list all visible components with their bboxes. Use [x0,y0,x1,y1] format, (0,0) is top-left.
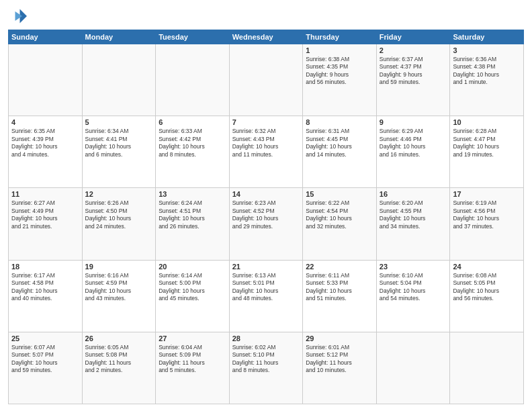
calendar-cell: 25Sunrise: 6:07 AMSunset: 5:07 PMDayligh… [9,332,83,404]
day-number: 6 [159,118,226,126]
day-info: Sunrise: 6:24 AMSunset: 4:51 PMDaylight:… [159,199,226,230]
col-header-sunday: Sunday [9,30,83,44]
day-info: Sunrise: 6:14 AMSunset: 5:00 PMDaylight:… [159,272,226,303]
col-header-thursday: Thursday [303,30,377,44]
calendar-cell: 13Sunrise: 6:24 AMSunset: 4:51 PMDayligh… [156,188,230,260]
day-number: 1 [306,46,373,54]
day-info: Sunrise: 6:20 AMSunset: 4:55 PMDaylight:… [380,199,447,230]
day-number: 10 [453,118,521,126]
week-row-4: 25Sunrise: 6:07 AMSunset: 5:07 PMDayligh… [9,332,524,404]
calendar-cell: 8Sunrise: 6:31 AMSunset: 4:45 PMDaylight… [303,116,377,188]
day-info: Sunrise: 6:34 AMSunset: 4:41 PMDaylight:… [85,128,153,158]
calendar-cell: 23Sunrise: 6:10 AMSunset: 5:04 PMDayligh… [376,260,450,332]
day-info: Sunrise: 6:19 AMSunset: 4:56 PMDaylight:… [453,199,521,230]
calendar-cell: 4Sunrise: 6:35 AMSunset: 4:39 PMDaylight… [9,116,83,188]
day-number: 7 [232,118,300,126]
day-number: 23 [380,263,447,271]
day-info: Sunrise: 6:32 AMSunset: 4:43 PMDaylight:… [232,128,300,158]
calendar-cell: 11Sunrise: 6:27 AMSunset: 4:49 PMDayligh… [9,188,83,260]
day-info: Sunrise: 6:16 AMSunset: 4:59 PMDaylight:… [85,272,153,303]
logo [8,7,30,26]
day-number: 8 [306,118,373,126]
calendar-cell [82,44,156,116]
day-number: 5 [85,118,153,126]
day-info: Sunrise: 6:36 AMSunset: 4:38 PMDaylight:… [453,56,521,87]
page: SundayMondayTuesdayWednesdayThursdayFrid… [0,0,532,411]
calendar-cell: 29Sunrise: 6:01 AMSunset: 5:12 PMDayligh… [303,332,377,404]
calendar-cell: 15Sunrise: 6:22 AMSunset: 4:54 PMDayligh… [303,188,377,260]
calendar-cell: 1Sunrise: 6:38 AMSunset: 4:35 PMDaylight… [303,44,377,116]
day-info: Sunrise: 6:04 AMSunset: 5:09 PMDaylight:… [159,344,226,375]
day-info: Sunrise: 6:26 AMSunset: 4:50 PMDaylight:… [85,199,153,230]
day-info: Sunrise: 6:01 AMSunset: 5:12 PMDaylight:… [306,344,373,375]
calendar-cell: 27Sunrise: 6:04 AMSunset: 5:09 PMDayligh… [156,332,230,404]
calendar-cell [376,332,450,404]
day-info: Sunrise: 6:10 AMSunset: 5:04 PMDaylight:… [380,272,447,303]
day-info: Sunrise: 6:31 AMSunset: 4:45 PMDaylight:… [306,128,373,158]
col-header-friday: Friday [376,30,450,44]
day-number: 17 [453,190,521,198]
calendar-cell [156,44,230,116]
calendar-cell [9,44,83,116]
day-number: 11 [11,190,79,198]
day-number: 3 [453,46,521,54]
day-info: Sunrise: 6:38 AMSunset: 4:35 PMDaylight:… [306,56,373,87]
day-number: 13 [159,190,226,198]
col-header-wednesday: Wednesday [229,30,303,44]
day-info: Sunrise: 6:07 AMSunset: 5:07 PMDaylight:… [11,344,79,375]
calendar-cell [229,44,303,116]
day-info: Sunrise: 6:13 AMSunset: 5:01 PMDaylight:… [232,272,300,303]
day-number: 18 [11,263,79,271]
calendar-cell: 18Sunrise: 6:17 AMSunset: 4:58 PMDayligh… [9,260,83,332]
day-info: Sunrise: 6:17 AMSunset: 4:58 PMDaylight:… [11,272,79,303]
day-info: Sunrise: 6:35 AMSunset: 4:39 PMDaylight:… [11,128,79,158]
calendar-cell: 7Sunrise: 6:32 AMSunset: 4:43 PMDaylight… [229,116,303,188]
day-number: 21 [232,263,300,271]
calendar-header: SundayMondayTuesdayWednesdayThursdayFrid… [9,30,524,44]
calendar-table: SundayMondayTuesdayWednesdayThursdayFrid… [8,30,524,404]
week-row-1: 4Sunrise: 6:35 AMSunset: 4:39 PMDaylight… [9,116,524,188]
calendar-cell: 16Sunrise: 6:20 AMSunset: 4:55 PMDayligh… [376,188,450,260]
calendar: SundayMondayTuesdayWednesdayThursdayFrid… [8,30,524,404]
day-number: 16 [380,190,447,198]
calendar-cell: 20Sunrise: 6:14 AMSunset: 5:00 PMDayligh… [156,260,230,332]
calendar-cell: 12Sunrise: 6:26 AMSunset: 4:50 PMDayligh… [82,188,156,260]
calendar-cell: 24Sunrise: 6:08 AMSunset: 5:05 PMDayligh… [450,260,524,332]
day-number: 25 [11,334,79,342]
week-row-3: 18Sunrise: 6:17 AMSunset: 4:58 PMDayligh… [9,260,524,332]
calendar-cell: 17Sunrise: 6:19 AMSunset: 4:56 PMDayligh… [450,188,524,260]
day-info: Sunrise: 6:29 AMSunset: 4:46 PMDaylight:… [380,128,447,158]
header [8,7,524,26]
calendar-cell: 2Sunrise: 6:37 AMSunset: 4:37 PMDaylight… [376,44,450,116]
day-number: 4 [11,118,79,126]
day-number: 26 [85,334,153,342]
day-info: Sunrise: 6:22 AMSunset: 4:54 PMDaylight:… [306,199,373,230]
day-number: 29 [306,334,373,342]
week-row-2: 11Sunrise: 6:27 AMSunset: 4:49 PMDayligh… [9,188,524,260]
day-number: 15 [306,190,373,198]
day-number: 14 [232,190,300,198]
calendar-cell: 28Sunrise: 6:02 AMSunset: 5:10 PMDayligh… [229,332,303,404]
calendar-cell: 22Sunrise: 6:11 AMSunset: 5:33 PMDayligh… [303,260,377,332]
calendar-cell: 26Sunrise: 6:05 AMSunset: 5:08 PMDayligh… [82,332,156,404]
day-number: 24 [453,263,521,271]
calendar-cell [450,332,524,404]
calendar-cell: 21Sunrise: 6:13 AMSunset: 5:01 PMDayligh… [229,260,303,332]
calendar-cell: 3Sunrise: 6:36 AMSunset: 4:38 PMDaylight… [450,44,524,116]
col-header-tuesday: Tuesday [156,30,230,44]
day-number: 12 [85,190,153,198]
day-info: Sunrise: 6:11 AMSunset: 5:33 PMDaylight:… [306,272,373,303]
day-number: 9 [380,118,447,126]
col-header-monday: Monday [82,30,156,44]
day-info: Sunrise: 6:02 AMSunset: 5:10 PMDaylight:… [232,344,300,375]
day-number: 28 [232,334,300,342]
logo-icon [8,7,27,26]
week-row-0: 1Sunrise: 6:38 AMSunset: 4:35 PMDaylight… [9,44,524,116]
calendar-cell: 10Sunrise: 6:28 AMSunset: 4:47 PMDayligh… [450,116,524,188]
calendar-cell: 19Sunrise: 6:16 AMSunset: 4:59 PMDayligh… [82,260,156,332]
day-number: 19 [85,263,153,271]
day-info: Sunrise: 6:05 AMSunset: 5:08 PMDaylight:… [85,344,153,375]
calendar-cell: 6Sunrise: 6:33 AMSunset: 4:42 PMDaylight… [156,116,230,188]
calendar-body: 1Sunrise: 6:38 AMSunset: 4:35 PMDaylight… [9,44,524,404]
day-info: Sunrise: 6:28 AMSunset: 4:47 PMDaylight:… [453,128,521,158]
